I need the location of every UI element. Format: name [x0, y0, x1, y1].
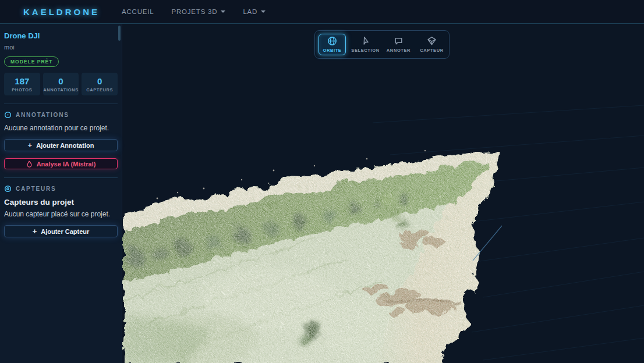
nav-item-accueil[interactable]: ACCUEIL [122, 8, 154, 15]
nav-item-label: PROJETS 3D [171, 8, 217, 15]
point-cloud-scene [122, 24, 644, 363]
cursor-icon [360, 36, 370, 46]
plus-icon: + [28, 141, 33, 149]
stat-value: 0 [82, 76, 118, 86]
section-label: ANNOTATIONS [16, 112, 69, 118]
add-sensor-button[interactable]: + Ajouter Capteur [4, 225, 118, 237]
tool-label: SELECTION [351, 48, 379, 53]
flame-icon [26, 161, 33, 168]
stat-label: CAPTEURS [82, 87, 118, 92]
viewer-toolbar: ORBITE SELECTION ANNOTER [314, 30, 450, 59]
divider [4, 104, 118, 104]
tool-orbit-button[interactable]: ORBITE [319, 34, 346, 55]
nav-links: ACCUEIL PROJETS 3D LAD [122, 8, 266, 15]
stat-value: 187 [4, 76, 40, 86]
section-label: CAPTEURS [16, 186, 56, 192]
tool-selection-button[interactable]: SELECTION [352, 34, 379, 55]
nav-item-lad[interactable]: LAD [243, 8, 266, 15]
chevron-down-icon [221, 10, 225, 13]
button-label: Analyse IA (Mistral) [37, 161, 96, 168]
ai-analysis-button[interactable]: Analyse IA (Mistral) [4, 158, 118, 169]
stat-label: ANNOTATIONS [43, 87, 79, 92]
tool-label: CAPTEUR [420, 48, 443, 53]
project-title: Drone DJI [4, 31, 118, 40]
annotations-section-header: ANNOTATIONS [4, 111, 118, 119]
project-sidebar: Drone DJI moi MODÈLE PRÊT 187 PHOTOS 0 A… [0, 24, 122, 363]
speech-bubble-icon [394, 36, 404, 46]
top-navbar: KAELDRONE ACCUEIL PROJETS 3D LAD [0, 0, 644, 24]
stat-value: 0 [43, 76, 79, 86]
plus-icon: + [33, 227, 37, 235]
stat-label: PHOTOS [4, 87, 40, 92]
app-window: KAELDRONE ACCUEIL PROJETS 3D LAD Drone D… [0, 0, 644, 363]
sensors-heading: Capteurs du projet [4, 198, 118, 207]
model-ready-badge: MODÈLE PRÊT [4, 56, 59, 67]
globe-icon [327, 36, 337, 46]
sensors-section-header: CAPTEURS [4, 185, 118, 193]
nav-item-label: ACCUEIL [122, 8, 154, 15]
tool-label: ORBITE [323, 48, 342, 53]
target-icon [4, 111, 12, 119]
project-stats: 187 PHOTOS 0 ANNOTATIONS 0 CAPTEURS [4, 73, 118, 95]
nav-item-projets-3d[interactable]: PROJETS 3D [171, 8, 225, 15]
stat-photos: 187 PHOTOS [4, 73, 40, 95]
box-icon [427, 36, 437, 46]
sensors-empty-text: Aucun capteur placé sur ce projet. [4, 210, 118, 218]
brand-logo[interactable]: KAELDRONE [23, 7, 100, 17]
add-annotation-button[interactable]: + Ajouter Annotation [4, 139, 118, 151]
axis-helper-line [473, 226, 502, 261]
stat-capteurs: 0 CAPTEURS [82, 73, 118, 95]
three-d-viewport[interactable]: ORBITE SELECTION ANNOTER [122, 24, 644, 363]
chevron-down-icon [261, 10, 266, 13]
annotations-empty-text: Aucune annotation pour ce projet. [4, 124, 118, 132]
tool-label: ANNOTER [387, 48, 411, 53]
sidebar-scrollbar[interactable] [118, 26, 121, 41]
tool-annotate-button[interactable]: ANNOTER [385, 34, 412, 55]
nav-item-label: LAD [243, 8, 257, 15]
project-owner: moi [4, 44, 118, 51]
button-label: Ajouter Capteur [41, 228, 89, 235]
eye-icon [4, 185, 12, 193]
terrain-point-cloud [122, 138, 518, 363]
divider [4, 177, 118, 178]
tool-sensor-button[interactable]: CAPTEUR [418, 34, 445, 55]
stat-annotations: 0 ANNOTATIONS [43, 73, 79, 95]
button-label: Ajouter Annotation [36, 142, 94, 149]
